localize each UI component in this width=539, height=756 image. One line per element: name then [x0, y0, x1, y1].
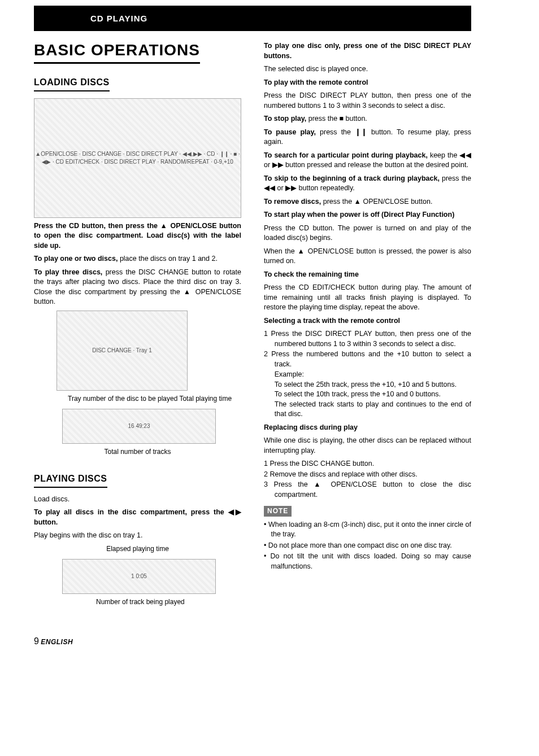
- select-example-1: To select the 25th track, press the +10,…: [264, 380, 471, 390]
- skip-line: To skip to the beginning of a track duri…: [264, 174, 471, 194]
- section-header-bar: CD PLAYING: [34, 6, 471, 31]
- note-bullet-2: Do not place more than one compact disc …: [264, 541, 471, 551]
- page-number: 9: [34, 636, 39, 646]
- tray-caption-top: Tray number of the disc to be played Tot…: [68, 394, 241, 404]
- page-footer: 9 ENGLISH: [34, 635, 471, 648]
- page-title: BASIC OPERATIONS: [34, 39, 200, 64]
- remote-body: Press the DISC DIRECT PLAY button, then …: [264, 91, 471, 111]
- search-line: To search for a particular point during …: [264, 151, 471, 171]
- stop-line: To stop play, press the ■ button.: [264, 114, 471, 124]
- remove-line: To remove discs, press the ▲ OPEN/CLOSE …: [264, 197, 471, 207]
- left-column: BASIC OPERATIONS LOADING DISCS ▲OPEN/CLO…: [34, 39, 241, 613]
- direct-play-body1: Press the CD button. The power is turned…: [264, 224, 471, 243]
- stop-bold: To stop play,: [264, 115, 306, 123]
- play-one-two-rest: place the discs on tray 1 and 2.: [118, 255, 218, 263]
- search-bold: To search for a particular point during …: [264, 151, 428, 159]
- play-all-instruction: To play all discs in the disc compartmen…: [34, 508, 241, 527]
- select-track-heading: Selecting a track with the remote contro…: [264, 316, 471, 326]
- select-step-1: 1 Press the DISC DIRECT PLAY button, the…: [264, 329, 471, 349]
- loading-discs-heading: LOADING DISCS: [34, 76, 110, 91]
- tray-caption-bottom: Total number of tracks: [34, 447, 241, 457]
- check-time-body: Press the CD EDIT/CHECK button during pl…: [264, 283, 471, 313]
- note-bullet-3: Do not tilt the unit with discs loaded. …: [264, 552, 471, 571]
- direct-play-body2: When the ▲ OPEN/CLOSE button is pressed,…: [264, 247, 471, 266]
- play-one-two-bold: To play one or two discs,: [34, 255, 118, 263]
- page-language: ENGLISH: [41, 638, 73, 646]
- stop-rest: press the ■ button.: [306, 115, 367, 123]
- press-cd-instruction: Press the CD button, then press the ▲ OP…: [34, 221, 241, 251]
- note-label: NOTE: [264, 506, 292, 517]
- number-track-caption: Number of track being played: [96, 597, 241, 607]
- play-one-disc-heading: To play one disc only, press one of the …: [264, 41, 471, 61]
- check-time-heading: To check the remaining time: [264, 270, 471, 280]
- select-example-label: Example:: [264, 370, 471, 380]
- replace-step-1: 1 Press the DISC CHANGE button.: [264, 459, 471, 469]
- replace-heading: Replacing discs during play: [264, 423, 471, 433]
- play-one-disc-body: The selected disc is played once.: [264, 64, 471, 75]
- load-discs-text: Load discs.: [34, 495, 241, 505]
- play-begins-text: Play begins with the disc on tray 1.: [34, 531, 241, 541]
- diagram-display-2: 1 0:05: [62, 559, 216, 594]
- play-one-two: To play one or two discs, place the disc…: [34, 254, 241, 264]
- elapsed-caption: Elapsed playing time: [34, 544, 241, 554]
- select-step-2: 2 Press the numbered buttons and the +10…: [264, 349, 471, 369]
- select-example-3: The selected track starts to play and co…: [264, 400, 471, 419]
- play-three: To play three discs, press the DISC CHAN…: [34, 268, 241, 307]
- select-example-2: To select the 10th track, press the +10 …: [264, 390, 471, 400]
- replace-step-2: 2 Remove the discs and replace with othe…: [264, 470, 471, 480]
- remove-bold: To remove discs,: [264, 198, 321, 206]
- two-column-layout: BASIC OPERATIONS LOADING DISCS ▲OPEN/CLO…: [34, 39, 471, 613]
- remote-heading: To play with the remote control: [264, 78, 471, 88]
- playing-discs-heading: PLAYING DISCS: [34, 473, 107, 487]
- diagram-display-1: 16 49:23: [62, 409, 216, 444]
- direct-play-heading: To start play when the power is off (Dir…: [264, 210, 471, 220]
- replace-intro: While one disc is playing, the other dis…: [264, 436, 471, 456]
- diagram-stereo-remote: ▲OPEN/CLOSE · DISC CHANGE · DISC DIRECT …: [34, 98, 241, 218]
- pause-line: To pause play, press the ❙❙ button. To r…: [264, 128, 471, 147]
- skip-bold: To skip to the beginning of a track duri…: [264, 174, 440, 182]
- remove-rest: press the ▲ OPEN/CLOSE button.: [321, 198, 432, 206]
- diagram-disc-tray: DISC CHANGE · Tray 1: [56, 311, 188, 391]
- note-bullet-1: When loading an 8-cm (3-inch) disc, put …: [264, 520, 471, 540]
- right-column: To play one disc only, press one of the …: [264, 39, 471, 613]
- replace-step-3: 3 Press the ▲ OPEN/CLOSE button to close…: [264, 480, 471, 500]
- pause-bold: To pause play,: [264, 128, 316, 136]
- play-three-bold: To play three discs,: [34, 268, 102, 276]
